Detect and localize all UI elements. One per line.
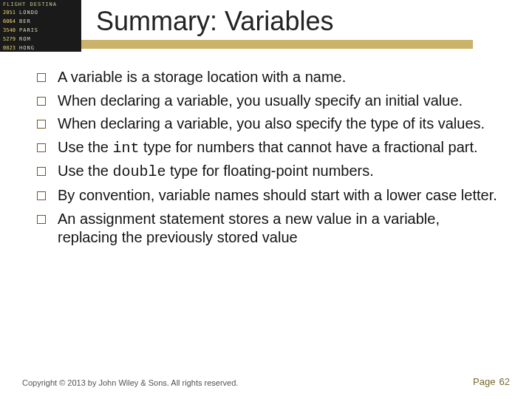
bullet-text: An assignment statement stores a new val…: [58, 211, 440, 246]
bullet-text: A variable is a storage location with a …: [58, 69, 346, 85]
bullet-item: A variable is a storage location with a …: [37, 68, 502, 87]
page-indicator: Page 62: [473, 376, 510, 387]
bullet-text: When declaring a variable, you usually s…: [58, 92, 463, 109]
board-row: 0823HONG: [3, 44, 78, 52]
bullet-item: An assignment statement stores a new val…: [37, 210, 502, 248]
board-row: 3540PARIS: [3, 27, 78, 34]
bullet-post: type for floating-point numbers.: [166, 163, 374, 179]
bullet-text: When declaring a variable, you also spec…: [58, 115, 485, 132]
bullet-pre: Use the: [58, 139, 112, 155]
board-row: 2051LONDO: [3, 9, 78, 16]
slide-footer: Copyright © 2013 by John Wiley & Sons. A…: [22, 376, 510, 387]
departure-board-image: FLIGHT DESTINA 2051LONDO 6064BER 3540PAR…: [0, 0, 81, 52]
bullet-item: When declaring a variable, you usually s…: [37, 92, 502, 111]
page-label: Page: [473, 376, 495, 387]
slide-header: FLIGHT DESTINA 2051LONDO 6064BER 3540PAR…: [0, 0, 532, 59]
slide-title: Summary: Variables: [96, 6, 333, 37]
code-token: int: [112, 140, 139, 157]
bullet-post: type for numbers that cannot have a frac…: [140, 139, 478, 155]
page-number: 62: [499, 376, 510, 387]
code-token: double: [112, 163, 166, 180]
copyright-text: Copyright © 2013 by John Wiley & Sons. A…: [22, 378, 238, 387]
bullet-text: By convention, variable names should sta…: [58, 187, 497, 203]
bullet-list: A variable is a storage location with a …: [37, 68, 502, 248]
bullet-item: Use the double type for floating-point n…: [37, 162, 502, 182]
slide-body: A variable is a storage location with a …: [0, 59, 532, 248]
bullet-pre: Use the: [58, 163, 112, 179]
bullet-item: By convention, variable names should sta…: [37, 186, 502, 205]
board-row: 6064BER: [3, 18, 78, 25]
bullet-item: Use the int type for numbers that cannot…: [37, 138, 502, 158]
board-header: FLIGHT DESTINA: [3, 1, 78, 7]
board-row: 5279ROM: [3, 35, 78, 43]
bullet-item: When declaring a variable, you also spec…: [37, 115, 502, 134]
